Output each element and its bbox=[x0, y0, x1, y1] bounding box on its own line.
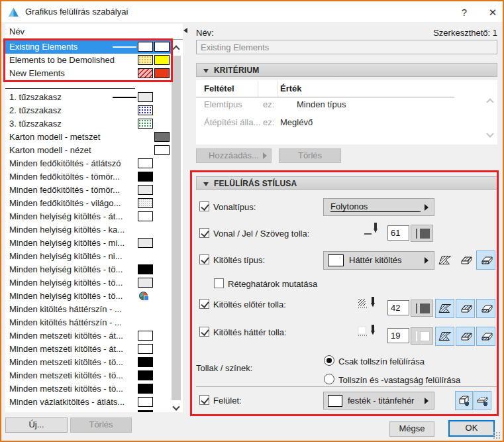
drafting-surface-toggle[interactable] bbox=[474, 391, 491, 410]
fill-fg-pen-label: Kitöltés előtér tolla: bbox=[213, 300, 286, 309]
drafting-fill-toggle[interactable] bbox=[476, 250, 495, 270]
rule-row[interactable]: Minden metszeti kitöltés - tö... bbox=[5, 382, 170, 396]
name-column-header: Név bbox=[9, 27, 25, 36]
rule-row[interactable]: Minden helyiség kitöltés - át... bbox=[5, 210, 170, 223]
fill-fg-pen-number[interactable] bbox=[387, 300, 409, 315]
fill-fg-pen-color-button[interactable] bbox=[411, 300, 433, 317]
linetype-preview bbox=[113, 97, 136, 98]
surface-dropdown[interactable]: festék - titánfehér bbox=[323, 392, 434, 410]
rule-name: 3. tűzszakasz bbox=[9, 117, 62, 131]
criteria-header-line bbox=[196, 97, 454, 97]
rule-row[interactable]: Minden fedőkitöltés - világo... bbox=[5, 197, 170, 210]
fill-type-checkbox[interactable] bbox=[199, 254, 209, 264]
pen-color-only-radio[interactable] bbox=[324, 355, 334, 366]
rule-row[interactable]: Minden kitöltés háttérszín - ... bbox=[5, 316, 170, 329]
rule-row[interactable]: Minden helyiség kitöltés - ka... bbox=[5, 223, 170, 237]
model-surface-toggle[interactable] bbox=[455, 391, 473, 410]
cut-fill-toggle[interactable] bbox=[435, 299, 454, 318]
model-surface-icon bbox=[458, 395, 470, 406]
resize-grip[interactable] bbox=[493, 431, 500, 439]
rule-row[interactable]: 3. tűzszakasz bbox=[5, 117, 170, 131]
cover-fill-toggle[interactable] bbox=[456, 327, 475, 346]
surface-swatch bbox=[154, 42, 170, 52]
rule-row[interactable]: 2. tűzszakasz bbox=[5, 104, 170, 117]
rule-row-elements-to-be-demolished[interactable]: Elements to be Demolished bbox=[5, 54, 172, 67]
cover-fill-toggle[interactable] bbox=[456, 299, 475, 318]
cut-fill-toggle[interactable] bbox=[435, 327, 454, 346]
delete-rule-button[interactable]: Törlés bbox=[70, 417, 132, 433]
fill-swatch bbox=[138, 357, 153, 367]
rule-row[interactable]: Minden metszeti kitöltés - tö... bbox=[5, 356, 170, 369]
rule-row[interactable]: Minden fedőkitöltés - átlátszó bbox=[5, 157, 170, 170]
fill-swatch bbox=[138, 344, 153, 354]
rule-row[interactable]: Minden kitöltés háttérszín - ... bbox=[5, 303, 170, 316]
pen-color-and-weight-radio[interactable] bbox=[324, 374, 334, 384]
linetype-preview bbox=[330, 211, 421, 212]
pen-weight-preview bbox=[416, 304, 417, 313]
rule-row[interactable]: Minden helyiség kitöltés - tö... bbox=[5, 263, 170, 276]
rule-row[interactable]: 1. tűzszakasz bbox=[5, 91, 170, 104]
fill-swatch bbox=[138, 238, 153, 248]
rule-row[interactable]: Minden vázlatkitöltés - tö... bbox=[5, 409, 170, 412]
surface-swatch bbox=[154, 132, 170, 142]
line-pen-checkbox[interactable] bbox=[199, 228, 209, 238]
fill-swatch bbox=[138, 384, 153, 394]
rule-row[interactable]: Minden helyiség kitöltés - tö... bbox=[5, 276, 170, 290]
cut-fill-toggle[interactable] bbox=[435, 250, 454, 270]
rule-row[interactable]: Minden metszeti kitöltés - át... bbox=[5, 343, 170, 356]
rule-row[interactable]: Minden helyiség kitöltés - ni... bbox=[5, 250, 170, 263]
drafting-surface-icon bbox=[476, 395, 489, 406]
rule-row[interactable]: Minden fedőkitöltés - tömör... bbox=[5, 184, 170, 197]
fill-bg-pen-number[interactable] bbox=[387, 328, 409, 343]
surface-checkbox[interactable] bbox=[199, 395, 209, 405]
rule-row[interactable]: Minden vázlatkitöltés - átláts... bbox=[5, 396, 170, 409]
fill-type-dropdown[interactable]: Háttér kitöltés bbox=[323, 251, 434, 270]
criteria-title: KRITÉRIUM bbox=[214, 66, 259, 75]
criteria-section-header[interactable]: KRITÉRIUM bbox=[196, 63, 497, 77]
window-title: Grafikus felülírás szabályai bbox=[25, 7, 128, 17]
add-criteria-button[interactable]: Hozzáadás... bbox=[196, 148, 272, 163]
override-style-section-header[interactable]: FELÜLÍRÁS STÍLUSA bbox=[196, 176, 497, 190]
rule-row[interactable]: Minden helyiség kitöltés - mi... bbox=[5, 237, 170, 250]
collapse-panel-icon[interactable] bbox=[183, 28, 187, 33]
drafting-fill-toggle[interactable] bbox=[476, 327, 495, 346]
pen-weight-preview bbox=[416, 229, 417, 239]
fill-bg-pen-color-button[interactable] bbox=[411, 327, 433, 345]
surface-swatch bbox=[154, 68, 170, 78]
rule-row[interactable]: Minden metszeti kitöltés - tö... bbox=[5, 369, 170, 382]
layer-boundaries-checkbox[interactable] bbox=[214, 278, 224, 288]
line-type-dropdown[interactable]: Folytonos bbox=[323, 198, 434, 216]
rule-row[interactable]: Karton modell - metszet bbox=[5, 131, 170, 144]
line-pen-number[interactable] bbox=[387, 225, 409, 241]
rule-row[interactable]: Minden helyiség kitöltés - tö... bbox=[5, 290, 170, 303]
line-type-checkbox[interactable] bbox=[199, 201, 209, 211]
rule-name: Minden helyiség kitöltés - át... bbox=[9, 210, 123, 223]
line-pen-color-button[interactable] bbox=[411, 225, 433, 242]
rule-row[interactable]: Karton modell - nézet bbox=[5, 144, 170, 157]
cancel-button[interactable]: Mégse bbox=[389, 421, 434, 437]
cover-fill-toggle[interactable] bbox=[456, 250, 475, 270]
fill-fg-pen-checkbox[interactable] bbox=[199, 299, 209, 309]
list-scrollbar-thumb[interactable] bbox=[172, 56, 181, 400]
close-button[interactable]: ✕ bbox=[485, 5, 501, 20]
pen-color-swatch bbox=[420, 229, 430, 239]
rule-row-existing-elements[interactable]: Existing Elements bbox=[5, 40, 172, 54]
rule-row[interactable]: Minden fedőkitöltés - tömör... bbox=[5, 170, 170, 184]
rule-name: Existing Elements bbox=[9, 40, 77, 54]
fill-swatch bbox=[138, 68, 153, 78]
delete-criteria-button[interactable]: Törlés bbox=[279, 148, 341, 163]
rule-row-new-elements[interactable]: New Elements bbox=[5, 67, 172, 80]
rule-list[interactable]: 1. tűzszakasz2. tűzszakasz3. tűzszakaszK… bbox=[5, 91, 170, 412]
name-label: Név: bbox=[196, 28, 214, 38]
fill-bg-pen-checkbox[interactable] bbox=[199, 327, 209, 337]
rule-name-input[interactable] bbox=[196, 40, 497, 54]
new-rule-button[interactable]: Új... bbox=[5, 417, 68, 433]
rule-row[interactable]: Minden metszeti kitöltés - át... bbox=[5, 329, 170, 343]
help-button[interactable]: ? bbox=[457, 5, 472, 20]
fill-swatch bbox=[138, 42, 153, 52]
fill-bg-pen-icon bbox=[358, 323, 379, 339]
pens-colors-label: Tollak / színek: bbox=[196, 363, 252, 373]
fill-swatch bbox=[138, 211, 153, 221]
drafting-fill-toggle[interactable] bbox=[476, 299, 495, 318]
ok-button[interactable]: OK bbox=[448, 420, 495, 437]
